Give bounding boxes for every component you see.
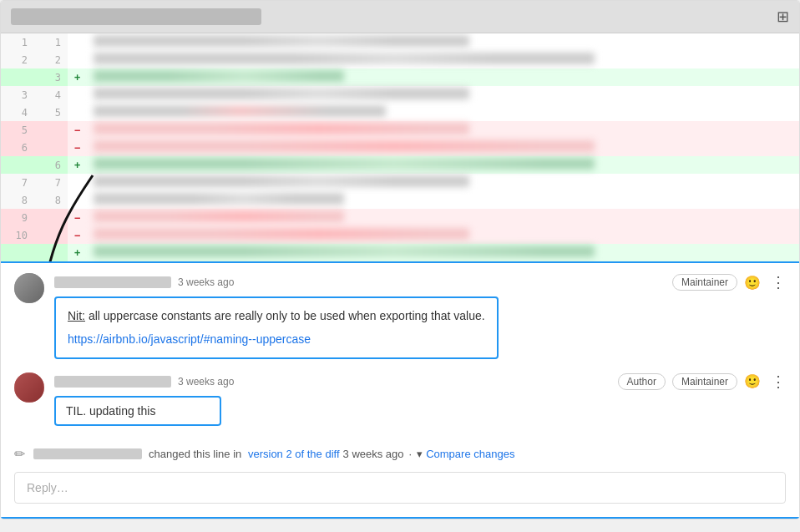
line-num-left: 5: [1, 121, 34, 139]
separator: ·: [409, 448, 413, 460]
diff-content: [87, 244, 799, 261]
diff-sign-remove: −: [68, 226, 87, 244]
changed-text: changed this line in: [149, 448, 241, 460]
main-container: ⊞ 1 1 2 2: [0, 0, 800, 519]
emoji-button-2[interactable]: 🙂: [744, 373, 761, 389]
comment-2-badges: Author Maintainer 🙂 ⋮: [618, 372, 786, 391]
comment-2-body: 3 weeks ago Author Maintainer 🙂 ⋮ TIL. u…: [54, 372, 786, 426]
change-author: [33, 448, 142, 459]
diff-sign-remove: −: [68, 121, 87, 139]
diff-row: 4 5: [1, 104, 799, 121]
maintainer-badge: Maintainer: [672, 274, 737, 291]
diff-row: 3 4: [1, 86, 799, 104]
version-link[interactable]: version 2 of the diff: [248, 448, 340, 460]
line-num-left: 6: [1, 139, 34, 156]
diff-row-remove: 6 −: [1, 139, 799, 156]
line-num-right: 3: [34, 68, 68, 86]
comment-2-time: 3 weeks ago: [178, 376, 234, 388]
diff-content: [87, 174, 799, 191]
diff-code-blurred: [94, 53, 595, 64]
comment-2-text-box: TIL. updating this: [54, 396, 221, 426]
comment-1-author: [54, 276, 171, 288]
diff-code-blurred: [94, 193, 344, 205]
copy-icon[interactable]: ⊞: [777, 8, 789, 26]
diff-code-blurred: [94, 246, 595, 257]
diff-content: [87, 33, 799, 51]
line-num-left: 1: [1, 33, 34, 51]
comment-section: 3 weeks ago Maintainer 🙂 ⋮ Nit: all uppe…: [1, 261, 799, 519]
diff-sign: [68, 174, 87, 191]
diff-sign-add: +: [68, 68, 87, 86]
avatar-1: [14, 273, 44, 303]
comment-1-link[interactable]: https://airbnb.io/javascript/#naming--up…: [68, 332, 311, 346]
diff-code-blurred: [94, 88, 469, 99]
diff-code-blurred: [94, 35, 469, 47]
maintainer-badge-2: Maintainer: [672, 373, 737, 390]
edit-icon: ✏: [14, 446, 25, 462]
comment-1-time: 3 weeks ago: [178, 276, 234, 288]
change-line: ✏ changed this line in version 2 of the …: [14, 439, 786, 465]
line-num-right: [34, 139, 68, 156]
diff-code-blurred: [94, 70, 344, 82]
comment-2: 3 weeks ago Author Maintainer 🙂 ⋮ TIL. u…: [14, 372, 786, 426]
line-num-right: [34, 226, 68, 244]
line-num-left: 4: [1, 104, 34, 121]
diff-code-blurred: [94, 105, 386, 117]
diff-code-blurred: [94, 140, 595, 152]
diff-content: [87, 121, 799, 139]
diff-sign-remove: −: [68, 139, 87, 156]
diff-row-remove: 10 −: [1, 226, 799, 244]
comment-1-text-box: Nit: all uppercase constants are really …: [54, 296, 499, 359]
diff-area: 1 1 2 2 3 +: [1, 33, 799, 261]
comment-1: 3 weeks ago Maintainer 🙂 ⋮ Nit: all uppe…: [14, 273, 786, 359]
change-time: 3 weeks ago: [343, 448, 404, 460]
line-num-right: 8: [34, 191, 68, 209]
diff-row: 8 8: [1, 191, 799, 209]
line-num-right: 1: [34, 33, 68, 51]
top-bar-title: [11, 8, 261, 25]
diff-row-add: 3 +: [1, 68, 799, 86]
diff-content: [87, 156, 799, 174]
diff-content: [87, 51, 799, 68]
avatar-2: [14, 372, 44, 403]
diff-sign: [68, 33, 87, 51]
line-num-right: 6: [34, 156, 68, 174]
line-num-left: 3: [1, 86, 34, 104]
line-num-left: 8: [1, 191, 34, 209]
diff-code-blurred: [94, 228, 469, 240]
diff-sign: [68, 191, 87, 209]
line-num-right: 7: [34, 174, 68, 191]
reply-input[interactable]: Reply…: [14, 472, 786, 504]
diff-sign: [68, 51, 87, 68]
compare-changes-link[interactable]: Compare changes: [426, 448, 514, 460]
line-num-right: 4: [34, 86, 68, 104]
diff-table: 1 1 2 2 3 +: [1, 33, 799, 261]
diff-sign: [68, 86, 87, 104]
line-num-right: [34, 121, 68, 139]
more-options-button-1[interactable]: ⋮: [771, 273, 786, 291]
comment-2-body-text: TIL. updating this: [66, 404, 155, 418]
diff-content: [87, 209, 799, 226]
diff-content: [87, 104, 799, 121]
diff-sign-add: +: [68, 156, 87, 174]
line-num-left: [1, 68, 34, 86]
comment-1-badges: Maintainer 🙂 ⋮: [672, 273, 786, 291]
compare-chevron: ▾: [417, 448, 423, 460]
diff-row: 2 2: [1, 51, 799, 68]
reply-placeholder: Reply…: [27, 481, 68, 494]
line-num-left: [1, 156, 34, 174]
diff-content: [87, 226, 799, 244]
comment-1-text: Nit: all uppercase constants are really …: [68, 307, 485, 325]
diff-code-blurred: [94, 175, 469, 187]
comment-2-header: 3 weeks ago Author Maintainer 🙂 ⋮: [54, 372, 786, 391]
diff-row-remove: 9 −: [1, 209, 799, 226]
diff-content: [87, 139, 799, 156]
diff-row-add: +: [1, 244, 799, 261]
comment-1-body: 3 weeks ago Maintainer 🙂 ⋮ Nit: all uppe…: [54, 273, 786, 359]
author-badge: Author: [618, 373, 666, 390]
diff-row: 1 1: [1, 33, 799, 51]
diff-code-blurred: [94, 210, 344, 222]
comment-1-header: 3 weeks ago Maintainer 🙂 ⋮: [54, 273, 786, 291]
emoji-button-1[interactable]: 🙂: [744, 275, 761, 291]
more-options-button-2[interactable]: ⋮: [771, 372, 786, 391]
